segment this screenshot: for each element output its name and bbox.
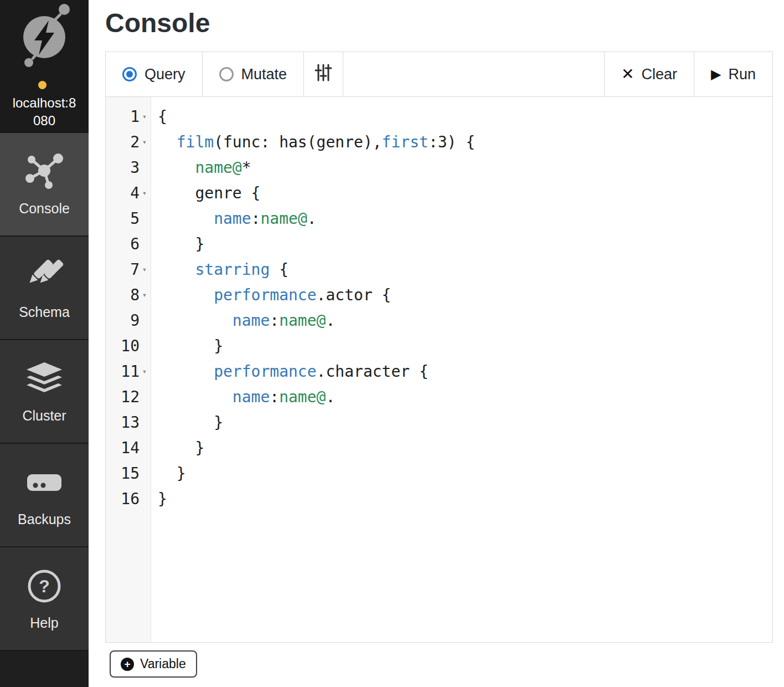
sidebar-item-backups[interactable]: Backups xyxy=(0,444,89,547)
code-line-8[interactable]: performance.actor { xyxy=(158,282,772,307)
fold-arrow-icon[interactable]: ▾ xyxy=(140,112,149,121)
code-line-2[interactable]: film(func: has(genre),first:3) { xyxy=(158,129,772,155)
pencils-icon xyxy=(23,255,66,295)
sidebar-item-schema[interactable]: Schema xyxy=(0,237,89,340)
code-line-15[interactable]: } xyxy=(158,460,772,486)
line-number[interactable]: 7▾ xyxy=(106,257,151,282)
line-number[interactable]: 2▾ xyxy=(106,129,151,155)
code-line-14[interactable]: } xyxy=(158,435,772,460)
help-icon: ? xyxy=(27,566,62,606)
code-editor[interactable]: 1▾2▾34▾567▾8▾91011▾1213141516 { film(fun… xyxy=(105,97,773,643)
sidebar-nav: ConsoleSchemaClusterBackups?Help xyxy=(0,133,89,651)
code-line-4[interactable]: genre { xyxy=(158,180,772,206)
svg-text:?: ? xyxy=(39,576,50,596)
query-radio[interactable]: Query xyxy=(105,52,203,97)
sidebar-item-label: Backups xyxy=(18,511,71,527)
line-number: 3 xyxy=(106,155,151,180)
code-line-11[interactable]: performance.character { xyxy=(158,358,772,384)
add-variable-button[interactable]: + Variable xyxy=(110,650,197,678)
clear-x-icon: ✕ xyxy=(621,66,634,82)
code-line-3[interactable]: name@* xyxy=(158,155,772,180)
toolbar-spacer xyxy=(343,52,605,97)
code-line-1[interactable]: { xyxy=(158,104,772,129)
code-line-10[interactable]: } xyxy=(158,333,772,358)
line-number: 15 xyxy=(106,460,151,486)
line-number: 10 xyxy=(106,333,151,358)
line-number: 9 xyxy=(106,307,151,333)
brand-section: localhost:8080 xyxy=(0,0,89,133)
line-number: 12 xyxy=(106,384,151,409)
sidebar-item-label: Console xyxy=(19,201,70,217)
code-line-16[interactable]: } xyxy=(158,486,772,511)
line-number: 16 xyxy=(106,486,151,511)
line-number[interactable]: 1▾ xyxy=(106,104,151,129)
code-line-9[interactable]: name:name@. xyxy=(158,307,772,333)
code-area[interactable]: { film(func: has(genre),first:3) { name@… xyxy=(151,97,772,642)
code-line-7[interactable]: starring { xyxy=(158,257,772,282)
line-number: 14 xyxy=(106,435,151,460)
sidebar-item-label: Schema xyxy=(19,304,70,320)
app-window: localhost:8080 ConsoleSchemaClusterBacku… xyxy=(0,0,784,687)
sidebar-item-help[interactable]: ?Help xyxy=(0,547,89,651)
sidebar: localhost:8080 ConsoleSchemaClusterBacku… xyxy=(0,0,89,687)
radio-icon xyxy=(219,67,234,81)
editor-footer: + Variable xyxy=(105,643,773,678)
code-line-13[interactable]: } xyxy=(158,409,772,435)
graph-icon xyxy=(23,152,66,192)
variable-button-label: Variable xyxy=(140,657,186,671)
radio-icon xyxy=(122,67,137,81)
page-title: Console xyxy=(105,8,773,38)
line-number: 13 xyxy=(106,409,151,435)
sidebar-item-cluster[interactable]: Cluster xyxy=(0,340,89,444)
sidebar-item-console[interactable]: Console xyxy=(0,133,89,237)
fold-arrow-icon[interactable]: ▾ xyxy=(140,290,149,299)
line-number-gutter: 1▾2▾34▾567▾8▾91011▾1213141516 xyxy=(106,97,151,642)
clear-button[interactable]: ✕ Clear xyxy=(604,52,694,97)
mutate-radio-label: Mutate xyxy=(241,66,287,83)
fold-arrow-icon[interactable]: ▾ xyxy=(140,137,149,146)
clear-button-label: Clear xyxy=(641,66,677,83)
sliders-icon xyxy=(314,63,333,86)
server-icon xyxy=(26,463,63,503)
mutate-radio[interactable]: Mutate xyxy=(202,52,305,97)
connection-status-dot xyxy=(38,81,47,89)
sidebar-filler xyxy=(0,651,89,687)
line-number[interactable]: 8▾ xyxy=(106,282,151,307)
run-play-icon: ▶ xyxy=(711,68,721,81)
query-toolbar: Query Mutate xyxy=(105,52,773,97)
fold-arrow-icon[interactable]: ▾ xyxy=(140,188,149,197)
code-line-12[interactable]: name:name@. xyxy=(158,384,772,409)
fold-arrow-icon[interactable]: ▾ xyxy=(140,265,149,274)
dgraph-logo-icon xyxy=(18,2,71,71)
line-number[interactable]: 11▾ xyxy=(106,358,151,384)
sidebar-item-label: Cluster xyxy=(22,408,66,424)
main-content: Console Query Mutate xyxy=(89,0,784,687)
layers-icon xyxy=(24,359,64,399)
plus-icon: + xyxy=(121,658,134,671)
sidebar-item-label: Help xyxy=(30,615,58,631)
line-number: 5 xyxy=(106,206,151,231)
server-address[interactable]: localhost:8080 xyxy=(9,76,80,130)
line-number[interactable]: 4▾ xyxy=(106,180,151,206)
query-radio-label: Query xyxy=(145,66,185,83)
code-line-6[interactable]: } xyxy=(158,231,772,257)
query-options-button[interactable] xyxy=(303,52,343,97)
code-line-5[interactable]: name:name@. xyxy=(158,206,772,231)
server-address-label: localhost:8080 xyxy=(13,95,76,128)
line-number: 6 xyxy=(106,231,151,257)
fold-arrow-icon[interactable]: ▾ xyxy=(140,367,149,376)
run-button[interactable]: ▶ Run xyxy=(694,52,773,97)
run-button-label: Run xyxy=(728,66,756,83)
